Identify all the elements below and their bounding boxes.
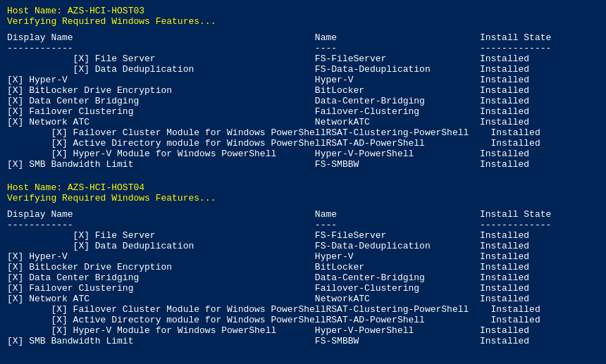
verify-label-0: Verifying Required Windows Features... bbox=[7, 16, 599, 27]
table-row: [X] BitLocker Drive Encryption BitLocker… bbox=[7, 85, 599, 96]
table-row: [X] SMB Bandwidth Limit FS-SMBBW Install… bbox=[7, 159, 599, 170]
section-0: Host Name: AZS-HCI-HOST03Verifying Requi… bbox=[7, 6, 599, 170]
table-row: [X] Hyper-V Hyper-V Installed bbox=[7, 251, 599, 262]
table-row: [X] Active Directory module for Windows … bbox=[7, 315, 599, 325]
table-row: [X] Failover Cluster Module for Windows … bbox=[7, 304, 599, 315]
table-row: [X] BitLocker Drive Encryption BitLocker… bbox=[7, 262, 599, 272]
host-label-0: Host Name: AZS-HCI-HOST03 bbox=[7, 6, 599, 16]
table-header-0: Display Name Name Install State bbox=[7, 32, 599, 43]
section-1: Host Name: AZS-HCI-HOST04Verifying Requi… bbox=[7, 182, 599, 346]
verify-label-1: Verifying Required Windows Features... bbox=[7, 193, 599, 203]
table-row: [X] Failover Cluster Module for Windows … bbox=[7, 127, 599, 138]
features-table-0: Display Name Name Install State---------… bbox=[7, 32, 599, 170]
table-row: [X] Network ATC NetworkATC Installed bbox=[7, 117, 599, 127]
table-separator-1: ------------ ---- ------------- bbox=[7, 220, 599, 230]
terminal-output: Host Name: AZS-HCI-HOST03Verifying Requi… bbox=[7, 6, 599, 346]
table-row: [X] Hyper-V Module for Windows PowerShel… bbox=[7, 149, 599, 159]
table-row: [X] File Server FS-FileServer Installed bbox=[7, 230, 599, 241]
table-row: [X] Network ATC NetworkATC Installed bbox=[7, 294, 599, 304]
table-row: [X] Data Deduplication FS-Data-Deduplica… bbox=[7, 64, 599, 75]
table-row: [X] File Server FS-FileServer Installed bbox=[7, 54, 599, 64]
host-label-1: Host Name: AZS-HCI-HOST04 bbox=[7, 182, 599, 193]
table-row: [X] Hyper-V Hyper-V Installed bbox=[7, 75, 599, 85]
table-row: [X] Failover Clustering Failover-Cluster… bbox=[7, 283, 599, 294]
table-row: [X] Active Directory module for Windows … bbox=[7, 138, 599, 149]
table-row: [X] SMB Bandwidth Limit FS-SMBBW Install… bbox=[7, 336, 599, 346]
table-header-1: Display Name Name Install State bbox=[7, 209, 599, 220]
table-separator-0: ------------ ---- ------------- bbox=[7, 43, 599, 54]
table-row: [X] Data Deduplication FS-Data-Deduplica… bbox=[7, 241, 599, 251]
table-row: [X] Hyper-V Module for Windows PowerShel… bbox=[7, 325, 599, 336]
table-row: [X] Data Center Bridging Data-Center-Bri… bbox=[7, 96, 599, 106]
table-row: [X] Failover Clustering Failover-Cluster… bbox=[7, 106, 599, 117]
table-row: [X] Data Center Bridging Data-Center-Bri… bbox=[7, 272, 599, 283]
features-table-1: Display Name Name Install State---------… bbox=[7, 209, 599, 346]
